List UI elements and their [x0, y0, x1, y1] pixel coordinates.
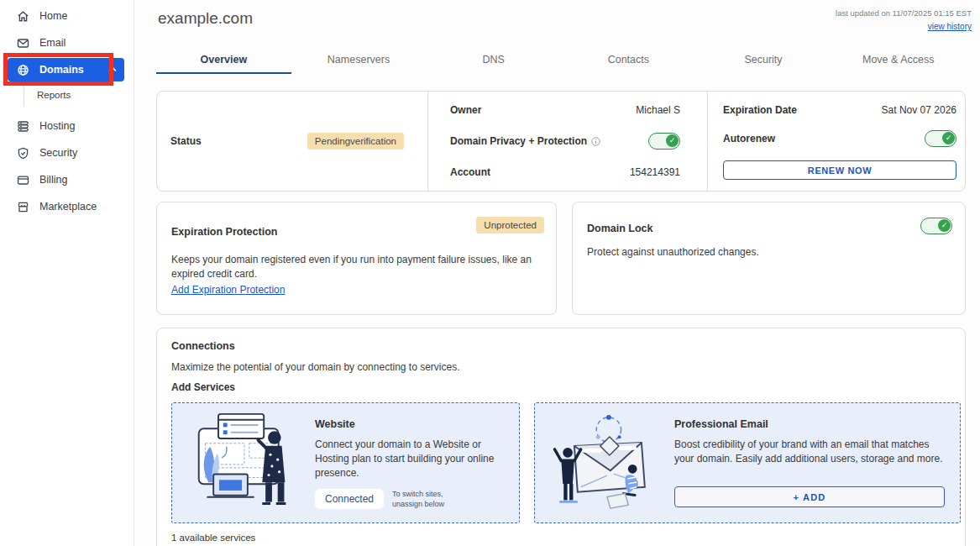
connections-title: Connections — [171, 340, 235, 352]
tab-security[interactable]: Security — [696, 46, 831, 74]
chevron-up-icon — [108, 66, 117, 72]
globe-icon — [17, 64, 29, 76]
check-icon: ✓ — [666, 134, 679, 147]
tab-dns[interactable]: DNS — [426, 46, 561, 74]
expiration-date-label: Expiration Date — [723, 104, 797, 116]
check-icon: ✓ — [942, 132, 955, 144]
server-stack-icon — [17, 120, 29, 133]
credit-card-icon — [17, 174, 29, 186]
services-row: Website Connect your domain to a Website… — [171, 402, 961, 523]
connections-card: Connections Maximize the potential of yo… — [156, 328, 966, 546]
owner-column: Owner Michael S Domain Privacy + Protect… — [428, 92, 708, 191]
domain-lock-toggle[interactable]: ✓ — [920, 218, 952, 234]
tab-move-access[interactable]: Move & Access — [831, 46, 966, 74]
renew-now-button[interactable]: RENEW NOW — [723, 160, 956, 180]
check-icon: ✓ — [938, 219, 951, 232]
add-services-label: Add Services — [171, 381, 235, 393]
email-service-text: Professional Email Boost credibility of … — [666, 412, 951, 514]
autorenew-toggle[interactable]: ✓ — [925, 130, 956, 147]
email-illustration — [543, 412, 666, 514]
owner-value: Michael S — [636, 104, 680, 116]
expiration-protection-title: Expiration Protection — [171, 226, 277, 238]
sidebar-item-label: Domains — [39, 64, 84, 76]
sidebar-item-reports[interactable]: Reports — [37, 87, 71, 102]
sidebar-item-label: Home — [39, 10, 67, 22]
domain-lock-body: Protect against unauthorized changes. — [587, 245, 759, 260]
sidebar-item-security[interactable]: Security — [17, 145, 77, 160]
tab-overview[interactable]: Overview — [156, 46, 291, 74]
domain-lock-card: Domain Lock ✓ Protect against unauthoriz… — [572, 202, 966, 315]
add-email-button[interactable]: + ADD — [674, 486, 945, 507]
last-updated-text: last updated on 11/07/2025 01:15 EST — [836, 8, 972, 18]
sidebar-item-label: Marketplace — [39, 201, 97, 213]
sidebar-item-label: Billing — [39, 174, 67, 186]
page-title: example.com — [158, 9, 253, 28]
info-icon[interactable] — [591, 137, 600, 146]
website-service-text: Website Connect your domain to a Website… — [307, 412, 511, 514]
subnav-indent-line — [24, 85, 24, 107]
domain-lock-title: Domain Lock — [587, 223, 653, 234]
connections-subtitle: Maximize the potential of your domain by… — [171, 360, 460, 375]
sidebar-item-label: Security — [39, 147, 77, 159]
expiration-protection-body: Keeps your domain registered even if you… — [171, 253, 545, 281]
tab-bar: Overview Nameservers DNS Contacts Securi… — [156, 46, 966, 74]
email-icon — [17, 37, 29, 50]
expiration-date-value: Sat Nov 07 2026 — [882, 104, 956, 116]
available-services-count: 1 available services — [171, 533, 255, 543]
status-column: Status Pendingverification — [157, 92, 428, 191]
switch-note: To switch sites, unassign below — [392, 489, 444, 509]
sidebar-item-home[interactable]: Home — [17, 8, 67, 24]
add-expiration-protection-link[interactable]: Add Expiration Protection — [171, 284, 285, 296]
email-title: Professional Email — [674, 418, 945, 430]
privacy-label: Domain Privacy + Protection — [450, 135, 587, 147]
website-illustration — [181, 412, 307, 514]
email-service-card: Professional Email Boost credibility of … — [534, 402, 961, 523]
website-body: Connect your domain to a Website or Host… — [315, 438, 501, 480]
sidebar-item-hosting[interactable]: Hosting — [17, 118, 75, 134]
account-label: Account — [450, 166, 490, 178]
sidebar-item-billing[interactable]: Billing — [17, 172, 67, 187]
privacy-toggle[interactable]: ✓ — [648, 133, 680, 150]
sidebar-item-domains[interactable]: Domains — [8, 58, 124, 81]
owner-label: Owner — [450, 104, 481, 116]
website-service-card: Website Connect your domain to a Website… — [171, 402, 520, 523]
expiration-column: Expiration Date Sat Nov 07 2026 Autorene… — [708, 92, 965, 191]
autorenew-label: Autorenew — [723, 133, 775, 144]
account-value: 154214391 — [630, 166, 680, 178]
home-icon — [17, 10, 29, 23]
last-updated-box: last updated on 11/07/2025 01:15 EST vie… — [836, 8, 972, 33]
sidebar-item-label: Email — [39, 37, 66, 49]
storefront-icon — [17, 201, 29, 213]
sidebar-item-label: Hosting — [39, 120, 75, 132]
sidebar-item-marketplace[interactable]: Marketplace — [17, 199, 97, 214]
sidebar: Home Email Domains Reports Hosting Secur… — [0, 0, 134, 546]
expiration-protection-card: Expiration Protection Unprotected Keeps … — [156, 202, 557, 315]
website-title: Website — [315, 418, 504, 430]
shield-check-icon — [17, 147, 29, 160]
connected-badge: Connected — [315, 489, 384, 509]
sidebar-item-email[interactable]: Email — [17, 35, 66, 50]
tab-contacts[interactable]: Contacts — [561, 46, 696, 74]
status-card: Status Pendingverification Owner Michael… — [156, 91, 966, 192]
status-label: Status — [170, 135, 202, 147]
tab-nameservers[interactable]: Nameservers — [291, 46, 427, 74]
email-body: Boost credibility of your brand with an … — [674, 438, 945, 466]
view-history-link[interactable]: view history — [928, 22, 972, 31]
sidebar-item-label: Reports — [37, 90, 71, 100]
status-badge: Pendingverification — [307, 133, 404, 150]
unprotected-badge: Unprotected — [476, 217, 544, 234]
